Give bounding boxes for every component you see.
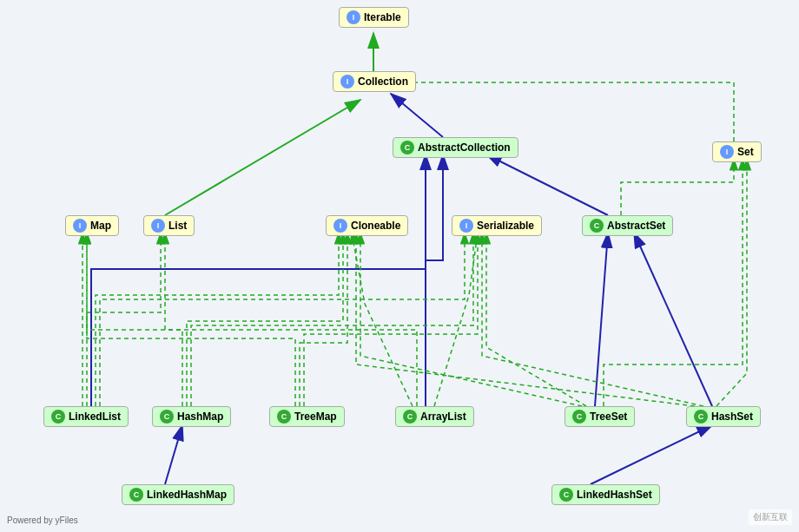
- svg-line-9: [165, 425, 182, 484]
- svg-line-7: [595, 233, 608, 406]
- class-icon-linkedhashset: C: [559, 488, 573, 502]
- class-icon-treeset: C: [572, 410, 586, 424]
- node-set: I Set: [712, 141, 762, 162]
- label-collection: Collection: [358, 76, 408, 88]
- watermark-text: 创新互联: [749, 509, 792, 525]
- node-arraylist: C ArrayList: [395, 406, 474, 427]
- svg-line-5: [165, 100, 360, 215]
- class-icon-arraylist: C: [403, 410, 417, 424]
- label-map: Map: [90, 220, 111, 232]
- node-abstractset: C AbstractSet: [582, 215, 673, 236]
- interface-icon-iterable: I: [347, 10, 360, 24]
- interface-icon-serializable: I: [459, 219, 473, 233]
- svg-line-8: [634, 233, 712, 406]
- node-map: I Map: [65, 215, 119, 236]
- label-linkedhashmap: LinkedHashMap: [147, 489, 227, 501]
- label-linkedlist: LinkedList: [69, 410, 121, 423]
- diagram-container: I Iterable I Collection C AbstractCollec…: [0, 0, 799, 532]
- svg-line-10: [591, 425, 712, 484]
- label-list: List: [168, 220, 187, 232]
- node-treeset: C TreeSet: [565, 406, 635, 427]
- svg-line-4: [391, 94, 443, 137]
- label-hashmap: HashMap: [177, 410, 223, 423]
- class-icon-linkedhashmap: C: [129, 488, 143, 502]
- label-abstractset: AbstractSet: [607, 220, 665, 232]
- node-list: I List: [143, 215, 195, 236]
- node-hashset: C HashSet: [686, 406, 761, 427]
- interface-icon-set: I: [720, 145, 734, 159]
- label-treeset: TreeSet: [590, 410, 627, 423]
- node-linkedhashset: C LinkedHashSet: [551, 484, 660, 505]
- node-hashmap: C HashMap: [152, 406, 231, 427]
- label-iterable: Iterable: [364, 11, 401, 23]
- footer-text: Powered by yFiles: [7, 516, 78, 525]
- node-treemap: C TreeMap: [269, 406, 345, 427]
- label-serializable: Serializable: [477, 220, 534, 232]
- node-abstractcollection: C AbstractCollection: [393, 137, 518, 158]
- class-icon-hashset: C: [694, 410, 708, 424]
- node-serializable: I Serializable: [452, 215, 542, 236]
- node-collection: I Collection: [333, 71, 416, 92]
- interface-icon-list: I: [151, 219, 165, 233]
- interface-icon-collection: I: [340, 75, 354, 89]
- label-linkedhashset: LinkedHashSet: [577, 489, 652, 501]
- label-arraylist: ArrayList: [420, 410, 466, 423]
- class-icon-linkedlist: C: [51, 410, 65, 424]
- class-icon-abstractcollection: C: [400, 141, 414, 154]
- class-icon-treemap: C: [277, 410, 291, 424]
- class-icon-abstractset: C: [590, 219, 604, 233]
- label-abstractcollection: AbstractCollection: [418, 141, 511, 154]
- label-hashset: HashSet: [711, 410, 753, 423]
- interface-icon-cloneable: I: [333, 219, 347, 233]
- node-linkedhashmap: C LinkedHashMap: [122, 484, 234, 505]
- label-cloneable: Cloneable: [351, 220, 400, 232]
- node-iterable: I Iterable: [339, 7, 409, 28]
- label-set: Set: [737, 146, 754, 158]
- svg-line-6: [486, 154, 608, 215]
- interface-icon-map: I: [73, 219, 87, 233]
- label-treemap: TreeMap: [294, 410, 337, 423]
- node-cloneable: I Cloneable: [326, 215, 408, 236]
- class-icon-hashmap: C: [160, 410, 174, 424]
- node-linkedlist: C LinkedList: [43, 406, 129, 427]
